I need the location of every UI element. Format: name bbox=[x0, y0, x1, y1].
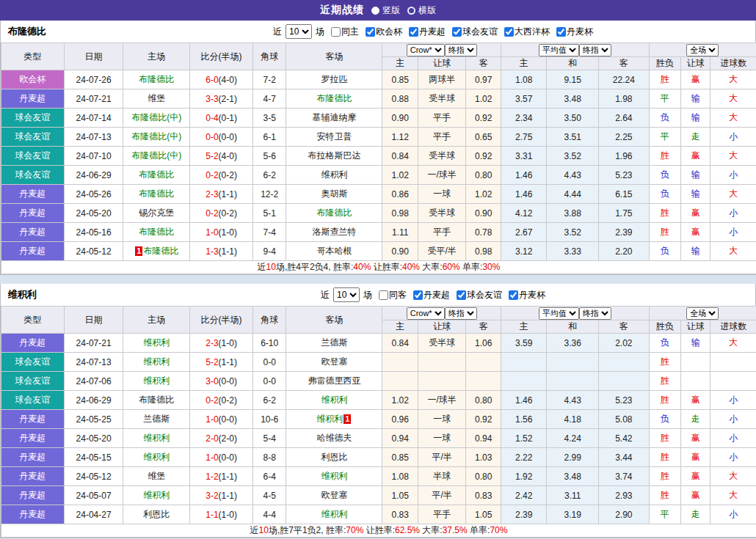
league-filter-丹麦超[interactable]: 丹麦超 bbox=[409, 289, 450, 301]
league-filter-球会友谊[interactable]: 球会友谊 bbox=[448, 26, 498, 38]
away-team-cell[interactable]: 维积利 bbox=[286, 467, 382, 486]
away-team-cell[interactable]: 兰德斯 bbox=[286, 334, 382, 353]
same-venue-filter-checkbox[interactable] bbox=[331, 27, 341, 37]
league-filter-欧会杯-checkbox[interactable] bbox=[366, 27, 375, 37]
home-team-cell[interactable]: 利恩比 bbox=[123, 505, 190, 524]
home-team-cell[interactable]: 布隆德比 bbox=[123, 166, 190, 185]
avg-away-cell: 2.20 bbox=[599, 242, 650, 261]
bookmaker-select[interactable]: Crow* bbox=[407, 307, 445, 320]
home-team-cell[interactable]: 维积利 bbox=[123, 372, 190, 391]
league-filter-球会友谊[interactable]: 球会友谊 bbox=[452, 289, 502, 301]
away-team-cell[interactable]: 安特卫普 bbox=[286, 128, 382, 147]
match-row: 丹麦超24-05-15维积利1-0(0-0)8-8利恩比0.85平/半1.032… bbox=[1, 448, 756, 467]
away-team-cell[interactable]: 维积利 bbox=[286, 391, 382, 410]
score-cell: 1-0(0-0) bbox=[190, 448, 253, 467]
away-team-cell[interactable]: 基辅迪纳摩 bbox=[286, 109, 382, 128]
date-cell: 24-07-06 bbox=[64, 372, 123, 391]
home-team-cell[interactable]: 布隆德比 bbox=[123, 391, 190, 410]
home-team-cell[interactable]: 布隆德比(中) bbox=[123, 147, 190, 166]
fulltime-select[interactable]: 全场 bbox=[686, 44, 719, 56]
league-filter-丹麦超-checkbox[interactable] bbox=[413, 290, 423, 300]
odds-home-cell: 1.02 bbox=[382, 166, 418, 185]
avg-draw-cell: 4.44 bbox=[547, 185, 599, 204]
result-group-header: 全场 bbox=[649, 43, 756, 57]
league-filter-大西洋杯[interactable]: 大西洋杯 bbox=[500, 26, 550, 38]
home-team-cell[interactable]: 维积利 bbox=[123, 429, 190, 448]
match-row: 球会友谊24-06-29布隆德比0-2(0-2)6-2维积利1.02一/球半0.… bbox=[1, 391, 756, 410]
home-team-cell[interactable]: 布隆德比 bbox=[123, 70, 190, 89]
away-team-cell[interactable]: 布隆德比 bbox=[286, 89, 382, 109]
bookmaker-select[interactable]: Crow* bbox=[407, 44, 445, 56]
avg-draw-cell: 4.18 bbox=[547, 410, 599, 429]
league-filter-球会友谊-checkbox[interactable] bbox=[452, 27, 462, 37]
home-team-cell[interactable]: 1布隆德比 bbox=[123, 242, 190, 261]
odds-away-cell: 0.98 bbox=[466, 242, 501, 261]
final-odds-select[interactable]: 终指 bbox=[445, 44, 477, 56]
away-team-cell[interactable]: 哥本哈根 bbox=[286, 242, 382, 261]
league-filter-丹麦杯[interactable]: 丹麦杯 bbox=[552, 26, 593, 38]
avg-draw-cell: 3.50 bbox=[547, 109, 599, 128]
away-team-cell[interactable]: 欧登塞 bbox=[286, 353, 382, 372]
score-cell: 3-2(1-1) bbox=[190, 486, 253, 505]
odds-handicap-cell: 受半球 bbox=[418, 89, 466, 109]
score-cell: 1-3(1-1) bbox=[190, 242, 253, 261]
league-badge: 丹麦超 bbox=[1, 505, 65, 524]
same-venue-filter[interactable]: 同主 bbox=[327, 26, 359, 38]
league-filter-丹麦杯-checkbox[interactable] bbox=[509, 290, 518, 300]
league-filter-丹麦超[interactable]: 丹麦超 bbox=[404, 26, 446, 38]
away-team-cell[interactable]: 布隆德比 bbox=[286, 204, 382, 223]
league-badge: 球会友谊 bbox=[1, 372, 65, 391]
league-filter-丹麦超-checkbox[interactable] bbox=[409, 27, 418, 37]
col-header-客场: 客场 bbox=[286, 43, 382, 70]
corners-cell: 4-4 bbox=[252, 505, 286, 524]
away-team-cell[interactable]: 维积利1 bbox=[286, 410, 382, 429]
avg-away-cell: 2.02 bbox=[599, 334, 650, 353]
fulltime-select[interactable]: 全场 bbox=[686, 307, 719, 320]
score-cell: 2-3(1-1) bbox=[190, 185, 253, 204]
away-team-cell[interactable]: 利恩比 bbox=[286, 448, 382, 467]
away-team-cell[interactable]: 奥胡斯 bbox=[286, 185, 382, 204]
away-team-cell[interactable]: 维积利 bbox=[286, 505, 382, 524]
league-filter-丹麦杯[interactable]: 丹麦杯 bbox=[504, 289, 545, 301]
final-odds-select-2[interactable]: 终指 bbox=[579, 307, 611, 320]
home-team-cell[interactable]: 兰德斯 bbox=[123, 410, 190, 429]
league-filter-丹麦杯-checkbox[interactable] bbox=[556, 27, 566, 37]
average-select[interactable]: 平均值 bbox=[539, 307, 579, 320]
league-badge: 球会友谊 bbox=[1, 147, 65, 166]
home-team-cell[interactable]: 布隆德比(中) bbox=[123, 109, 190, 128]
average-select[interactable]: 平均值 bbox=[539, 44, 579, 56]
away-team-cell[interactable]: 维积利 bbox=[286, 166, 382, 185]
away-team-cell[interactable]: 欧登塞 bbox=[286, 486, 382, 505]
same-venue-filter-checkbox[interactable] bbox=[379, 290, 388, 300]
home-team-cell[interactable]: 维积利 bbox=[123, 353, 190, 372]
same-venue-filter[interactable]: 同客 bbox=[374, 289, 407, 301]
league-filter-球会友谊-checkbox[interactable] bbox=[457, 290, 466, 300]
away-team-cell[interactable]: 洛斯查兰特 bbox=[286, 223, 382, 242]
radio-vertical[interactable]: 竖版 bbox=[371, 4, 400, 17]
home-team-cell[interactable]: 维积利 bbox=[123, 486, 190, 505]
home-team-cell[interactable]: 维积利 bbox=[123, 448, 190, 467]
recent-count-select[interactable]: 10 bbox=[333, 287, 360, 302]
home-team-cell[interactable]: 锡尔克堡 bbox=[123, 204, 190, 223]
home-team-cell[interactable]: 维积利 bbox=[123, 334, 190, 353]
filter-bar: 近10场同主欧会杯丹麦超球会友谊大西洋杯丹麦杯 bbox=[111, 24, 755, 39]
final-odds-select-2[interactable]: 终指 bbox=[579, 44, 611, 56]
near-label: 近 bbox=[273, 26, 282, 38]
away-team-cell[interactable]: 弗雷德里西亚 bbox=[286, 372, 382, 391]
away-team-cell[interactable]: 罗拉匹 bbox=[286, 70, 382, 89]
results-table: 类型日期主场比分(半场)角球客场Crow*终指平均值终指全场主让球客主和客胜负让… bbox=[1, 43, 756, 274]
home-team-cell[interactable]: 布隆德比 bbox=[123, 185, 190, 204]
home-team-cell[interactable]: 布隆德比(中) bbox=[123, 128, 190, 147]
home-team-cell[interactable]: 布隆德比 bbox=[123, 223, 190, 242]
league-filter-欧会杯[interactable]: 欧会杯 bbox=[361, 26, 402, 38]
result-handicap-cell: 赢 bbox=[681, 204, 710, 223]
away-team-cell[interactable]: 布拉格斯巴达 bbox=[286, 147, 382, 166]
away-team-cell[interactable]: 哈维德夫 bbox=[286, 429, 382, 448]
final-odds-select[interactable]: 终指 bbox=[445, 307, 477, 320]
league-filter-大西洋杯-checkbox[interactable] bbox=[504, 27, 514, 37]
home-team-cell[interactable]: 维堡 bbox=[123, 467, 190, 486]
home-team-cell[interactable]: 维堡 bbox=[123, 89, 190, 109]
radio-horizontal[interactable]: 横版 bbox=[407, 4, 436, 17]
recent-count-select[interactable]: 10 bbox=[286, 24, 312, 39]
avg-away-cell: 2.64 bbox=[599, 109, 650, 128]
